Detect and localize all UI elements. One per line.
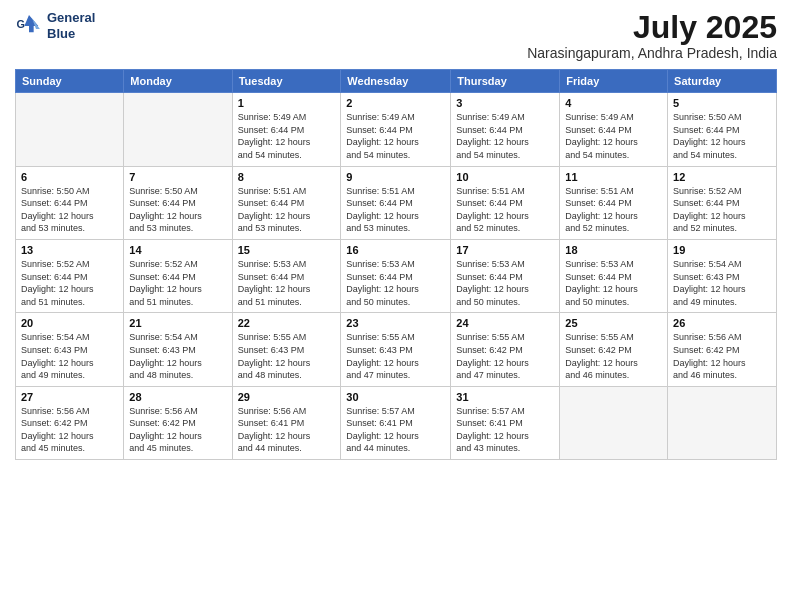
calendar-cell: 10Sunrise: 5:51 AM Sunset: 6:44 PM Dayli… (451, 166, 560, 239)
day-number: 10 (456, 171, 554, 183)
day-number: 24 (456, 317, 554, 329)
day-info: Sunrise: 5:52 AM Sunset: 6:44 PM Dayligh… (129, 258, 226, 308)
day-number: 28 (129, 391, 226, 403)
page-container: G General Blue July 2025 Narasingapuram,… (0, 0, 792, 465)
calendar-header-tuesday: Tuesday (232, 70, 341, 93)
calendar-cell: 29Sunrise: 5:56 AM Sunset: 6:41 PM Dayli… (232, 386, 341, 459)
day-number: 21 (129, 317, 226, 329)
calendar-cell: 20Sunrise: 5:54 AM Sunset: 6:43 PM Dayli… (16, 313, 124, 386)
calendar-cell: 19Sunrise: 5:54 AM Sunset: 6:43 PM Dayli… (668, 239, 777, 312)
calendar-cell: 31Sunrise: 5:57 AM Sunset: 6:41 PM Dayli… (451, 386, 560, 459)
calendar-cell: 5Sunrise: 5:50 AM Sunset: 6:44 PM Daylig… (668, 93, 777, 166)
day-info: Sunrise: 5:53 AM Sunset: 6:44 PM Dayligh… (346, 258, 445, 308)
day-number: 17 (456, 244, 554, 256)
calendar-header-row: SundayMondayTuesdayWednesdayThursdayFrid… (16, 70, 777, 93)
day-info: Sunrise: 5:57 AM Sunset: 6:41 PM Dayligh… (456, 405, 554, 455)
week-row-4: 20Sunrise: 5:54 AM Sunset: 6:43 PM Dayli… (16, 313, 777, 386)
day-info: Sunrise: 5:49 AM Sunset: 6:44 PM Dayligh… (238, 111, 336, 161)
day-info: Sunrise: 5:50 AM Sunset: 6:44 PM Dayligh… (673, 111, 771, 161)
day-info: Sunrise: 5:55 AM Sunset: 6:43 PM Dayligh… (238, 331, 336, 381)
calendar-cell (16, 93, 124, 166)
calendar-header-saturday: Saturday (668, 70, 777, 93)
day-info: Sunrise: 5:56 AM Sunset: 6:42 PM Dayligh… (673, 331, 771, 381)
logo-icon: G (15, 12, 43, 40)
day-number: 5 (673, 97, 771, 109)
calendar-cell: 28Sunrise: 5:56 AM Sunset: 6:42 PM Dayli… (124, 386, 232, 459)
calendar-cell: 7Sunrise: 5:50 AM Sunset: 6:44 PM Daylig… (124, 166, 232, 239)
calendar-cell (124, 93, 232, 166)
day-number: 1 (238, 97, 336, 109)
day-info: Sunrise: 5:56 AM Sunset: 6:42 PM Dayligh… (129, 405, 226, 455)
day-number: 15 (238, 244, 336, 256)
logo-text: General Blue (47, 10, 95, 41)
day-number: 20 (21, 317, 118, 329)
day-info: Sunrise: 5:53 AM Sunset: 6:44 PM Dayligh… (565, 258, 662, 308)
day-number: 26 (673, 317, 771, 329)
day-info: Sunrise: 5:55 AM Sunset: 6:43 PM Dayligh… (346, 331, 445, 381)
day-info: Sunrise: 5:54 AM Sunset: 6:43 PM Dayligh… (673, 258, 771, 308)
calendar-cell: 26Sunrise: 5:56 AM Sunset: 6:42 PM Dayli… (668, 313, 777, 386)
location-title: Narasingapuram, Andhra Pradesh, India (527, 45, 777, 61)
calendar-cell: 23Sunrise: 5:55 AM Sunset: 6:43 PM Dayli… (341, 313, 451, 386)
day-info: Sunrise: 5:53 AM Sunset: 6:44 PM Dayligh… (238, 258, 336, 308)
header: G General Blue July 2025 Narasingapuram,… (15, 10, 777, 61)
calendar: SundayMondayTuesdayWednesdayThursdayFrid… (15, 69, 777, 460)
day-info: Sunrise: 5:54 AM Sunset: 6:43 PM Dayligh… (129, 331, 226, 381)
calendar-header-wednesday: Wednesday (341, 70, 451, 93)
calendar-cell (668, 386, 777, 459)
day-info: Sunrise: 5:56 AM Sunset: 6:42 PM Dayligh… (21, 405, 118, 455)
month-title: July 2025 (527, 10, 777, 45)
day-info: Sunrise: 5:49 AM Sunset: 6:44 PM Dayligh… (456, 111, 554, 161)
day-number: 9 (346, 171, 445, 183)
calendar-cell: 8Sunrise: 5:51 AM Sunset: 6:44 PM Daylig… (232, 166, 341, 239)
calendar-cell: 3Sunrise: 5:49 AM Sunset: 6:44 PM Daylig… (451, 93, 560, 166)
day-number: 11 (565, 171, 662, 183)
day-info: Sunrise: 5:55 AM Sunset: 6:42 PM Dayligh… (565, 331, 662, 381)
day-info: Sunrise: 5:57 AM Sunset: 6:41 PM Dayligh… (346, 405, 445, 455)
title-block: July 2025 Narasingapuram, Andhra Pradesh… (527, 10, 777, 61)
day-info: Sunrise: 5:51 AM Sunset: 6:44 PM Dayligh… (565, 185, 662, 235)
day-number: 13 (21, 244, 118, 256)
day-number: 18 (565, 244, 662, 256)
day-number: 23 (346, 317, 445, 329)
calendar-cell: 25Sunrise: 5:55 AM Sunset: 6:42 PM Dayli… (560, 313, 668, 386)
week-row-1: 1Sunrise: 5:49 AM Sunset: 6:44 PM Daylig… (16, 93, 777, 166)
day-info: Sunrise: 5:52 AM Sunset: 6:44 PM Dayligh… (673, 185, 771, 235)
calendar-cell: 9Sunrise: 5:51 AM Sunset: 6:44 PM Daylig… (341, 166, 451, 239)
calendar-cell: 18Sunrise: 5:53 AM Sunset: 6:44 PM Dayli… (560, 239, 668, 312)
calendar-cell: 13Sunrise: 5:52 AM Sunset: 6:44 PM Dayli… (16, 239, 124, 312)
week-row-2: 6Sunrise: 5:50 AM Sunset: 6:44 PM Daylig… (16, 166, 777, 239)
day-number: 7 (129, 171, 226, 183)
calendar-cell: 15Sunrise: 5:53 AM Sunset: 6:44 PM Dayli… (232, 239, 341, 312)
calendar-cell: 12Sunrise: 5:52 AM Sunset: 6:44 PM Dayli… (668, 166, 777, 239)
calendar-cell: 30Sunrise: 5:57 AM Sunset: 6:41 PM Dayli… (341, 386, 451, 459)
day-number: 16 (346, 244, 445, 256)
day-number: 25 (565, 317, 662, 329)
calendar-cell: 16Sunrise: 5:53 AM Sunset: 6:44 PM Dayli… (341, 239, 451, 312)
calendar-cell (560, 386, 668, 459)
calendar-header-sunday: Sunday (16, 70, 124, 93)
calendar-cell: 11Sunrise: 5:51 AM Sunset: 6:44 PM Dayli… (560, 166, 668, 239)
day-number: 14 (129, 244, 226, 256)
calendar-cell: 14Sunrise: 5:52 AM Sunset: 6:44 PM Dayli… (124, 239, 232, 312)
week-row-3: 13Sunrise: 5:52 AM Sunset: 6:44 PM Dayli… (16, 239, 777, 312)
day-number: 19 (673, 244, 771, 256)
svg-text:G: G (17, 17, 25, 29)
day-info: Sunrise: 5:54 AM Sunset: 6:43 PM Dayligh… (21, 331, 118, 381)
day-info: Sunrise: 5:51 AM Sunset: 6:44 PM Dayligh… (238, 185, 336, 235)
calendar-cell: 6Sunrise: 5:50 AM Sunset: 6:44 PM Daylig… (16, 166, 124, 239)
day-number: 3 (456, 97, 554, 109)
calendar-cell: 21Sunrise: 5:54 AM Sunset: 6:43 PM Dayli… (124, 313, 232, 386)
week-row-5: 27Sunrise: 5:56 AM Sunset: 6:42 PM Dayli… (16, 386, 777, 459)
day-info: Sunrise: 5:50 AM Sunset: 6:44 PM Dayligh… (21, 185, 118, 235)
day-info: Sunrise: 5:51 AM Sunset: 6:44 PM Dayligh… (346, 185, 445, 235)
day-number: 6 (21, 171, 118, 183)
day-info: Sunrise: 5:50 AM Sunset: 6:44 PM Dayligh… (129, 185, 226, 235)
calendar-cell: 2Sunrise: 5:49 AM Sunset: 6:44 PM Daylig… (341, 93, 451, 166)
day-number: 4 (565, 97, 662, 109)
day-number: 2 (346, 97, 445, 109)
calendar-header-friday: Friday (560, 70, 668, 93)
calendar-cell: 24Sunrise: 5:55 AM Sunset: 6:42 PM Dayli… (451, 313, 560, 386)
day-number: 22 (238, 317, 336, 329)
calendar-cell: 4Sunrise: 5:49 AM Sunset: 6:44 PM Daylig… (560, 93, 668, 166)
